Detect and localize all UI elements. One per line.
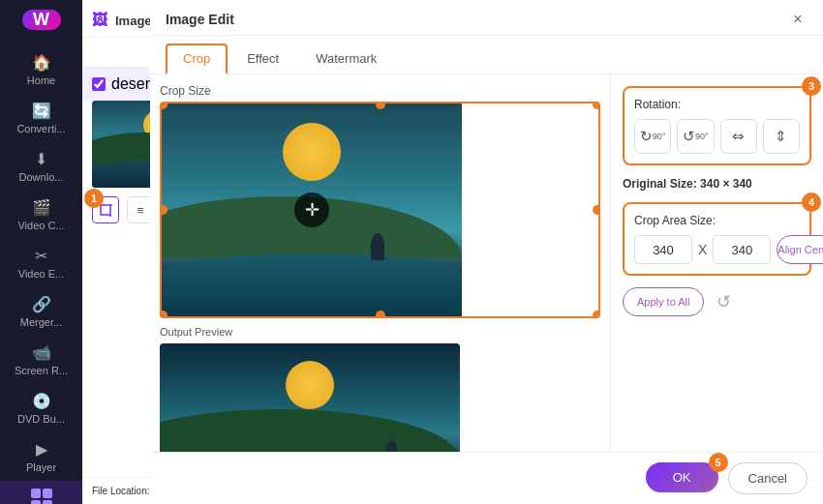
original-size: Original Size: 340 × 340 (623, 177, 811, 191)
output-preview-section: Output Preview (160, 326, 600, 452)
sidebar-item-player[interactable]: ▶ Player (0, 432, 82, 481)
file-location-label: File Location: (92, 486, 149, 496)
home-icon: 🏠 (32, 53, 51, 72)
desert-water (162, 253, 462, 316)
crop-handle-bl[interactable] (160, 311, 168, 318)
app-logo: W (22, 10, 61, 30)
cancel-button[interactable]: Cancel (728, 462, 808, 494)
crop-area-section-wrapper: 4 Crop Area Size: X Align Center (623, 202, 811, 276)
flip-v-button[interactable]: ⇕ (763, 119, 800, 154)
dialog-tabs: Crop Effect Watermark (150, 36, 823, 74)
original-size-label: Original Size: (623, 177, 697, 191)
output-preview (160, 343, 460, 452)
logo-text: W (33, 10, 49, 30)
adjust-icon: ≡ (137, 203, 144, 218)
dvd-icon: 💿 (32, 392, 51, 410)
badge-5: 5 (709, 453, 728, 472)
merger-icon: 🔗 (32, 295, 51, 313)
flip-h-button[interactable]: ⇔ (720, 119, 757, 154)
rotation-section: Rotation: ↻ 90° ↺ 90° ⇔ (623, 86, 811, 165)
rotate-cw-label: 90° (653, 132, 666, 141)
crop-width-input[interactable] (634, 235, 692, 264)
flip-v-icon: ⇕ (775, 128, 787, 145)
output-moon (286, 361, 334, 409)
crop-size-label: Crop Size (160, 84, 211, 98)
dialog-titlebar: Image Edit × (150, 0, 823, 36)
x-separator: X (698, 242, 707, 257)
sidebar: W 🏠 Home 🔄 Converti... ⬇ Downlo... 🎬 Vid… (0, 0, 82, 504)
sidebar-label-screen: Screen R... (15, 365, 68, 376)
desert-figure (371, 233, 384, 260)
rotate-ccw-button[interactable]: ↺ 90° (677, 119, 714, 154)
rotate-ccw-icon: ↺ (683, 128, 695, 145)
dialog-footer: 5 OK Cancel (150, 452, 823, 504)
screen-icon: 📹 (32, 343, 51, 362)
tab-watermark[interactable]: Watermark (298, 44, 394, 74)
crop-preview-container[interactable]: ✛ (160, 102, 600, 318)
close-button[interactable]: × (788, 10, 808, 29)
sidebar-item-convert[interactable]: 🔄 Converti... (0, 94, 82, 142)
dialog-body: Crop Size ✛ (150, 74, 823, 452)
ok-button[interactable]: OK (646, 462, 718, 492)
rotation-section-wrapper: 3 Rotation: ↻ 90° ↺ 90° ⇔ (623, 86, 811, 165)
crop-desert-scene: ✛ (162, 104, 462, 316)
crop-height-input[interactable] (713, 235, 771, 264)
crop-icon-wrapper: 1 (92, 196, 119, 223)
sidebar-item-download[interactable]: ⬇ Downlo... (0, 142, 82, 191)
sidebar-label-download: Downlo... (19, 171, 64, 183)
sidebar-item-screen[interactable]: 📹 Screen R... (0, 336, 82, 384)
move-cursor-icon: ✛ (294, 193, 329, 227)
sidebar-item-dvd[interactable]: 💿 DVD Bu... (0, 384, 82, 432)
tab-crop[interactable]: Crop (166, 44, 228, 74)
apply-row: Apply to All ↺ (623, 287, 811, 316)
sidebar-label-player: Player (26, 461, 56, 473)
dialog-title: Image Edit (166, 12, 234, 27)
rotation-title: Rotation: (634, 98, 800, 111)
sidebar-item-home[interactable]: 🏠 Home (0, 45, 82, 94)
player-icon: ▶ (36, 440, 47, 459)
image-edit-dialog: Image Edit × Crop Effect Watermark Crop … (150, 0, 823, 504)
flip-h-icon: ⇔ (732, 128, 745, 145)
sidebar-label-merger: Merger... (20, 316, 62, 328)
video-convert-icon: 🎬 (32, 198, 51, 217)
sidebar-label-convert: Converti... (16, 123, 65, 134)
rotate-cw-button[interactable]: ↻ 90° (634, 119, 671, 154)
badge-1: 1 (84, 189, 104, 208)
sidebar-item-toolbox[interactable]: Toolbox (0, 481, 82, 504)
crop-svg-icon (99, 203, 112, 217)
crop-handle-br[interactable] (593, 311, 600, 318)
sidebar-label-ve: Video E... (18, 268, 65, 280)
sidebar-label-vc: Video C... (17, 220, 64, 231)
sidebar-item-video-edit[interactable]: ✂ Video E... (0, 239, 82, 287)
sidebar-item-video-convert[interactable]: 🎬 Video C... (0, 191, 82, 239)
rotate-cw-icon: ↻ (640, 128, 653, 145)
rotate-ccw-label: 90° (695, 132, 709, 141)
output-preview-label: Output Preview (160, 326, 600, 343)
download-icon: ⬇ (35, 150, 47, 168)
reset-button[interactable]: ↺ (712, 290, 735, 313)
crop-area-section: Crop Area Size: X Align Center (623, 202, 811, 276)
crop-handle-bm[interactable] (376, 311, 385, 318)
sidebar-label-dvd: DVD Bu... (17, 413, 65, 425)
right-panel: 3 Rotation: ↻ 90° ↺ 90° ⇔ (610, 74, 823, 452)
video-edit-icon: ✂ (35, 247, 47, 265)
apply-to-all-button[interactable]: Apply to All (623, 287, 704, 316)
badge-3: 3 (802, 76, 821, 96)
crop-size-row: X Align Center (634, 235, 800, 264)
crop-preview-area: Crop Size ✛ (150, 74, 610, 452)
rotation-buttons: ↻ 90° ↺ 90° ⇔ ⇕ (634, 119, 800, 154)
crop-preview-wrapper: Crop Size ✛ (160, 84, 600, 318)
desert-moon (283, 123, 341, 181)
converter-header-icon: 🖼 (92, 12, 107, 29)
toolbox-icon (31, 489, 52, 504)
align-center-button[interactable]: Align Center (777, 235, 823, 264)
crop-handle-tr[interactable] (593, 102, 600, 109)
file-checkbox[interactable] (92, 77, 106, 91)
sidebar-item-merger[interactable]: 🔗 Merger... (0, 287, 82, 336)
original-size-value: 340 × 340 (700, 177, 752, 191)
tab-effect[interactable]: Effect (229, 44, 296, 74)
badge-4: 4 (802, 193, 821, 212)
convert-icon: 🔄 (32, 102, 51, 120)
crop-handle-mr[interactable] (593, 205, 600, 215)
svg-rect-0 (101, 205, 110, 215)
